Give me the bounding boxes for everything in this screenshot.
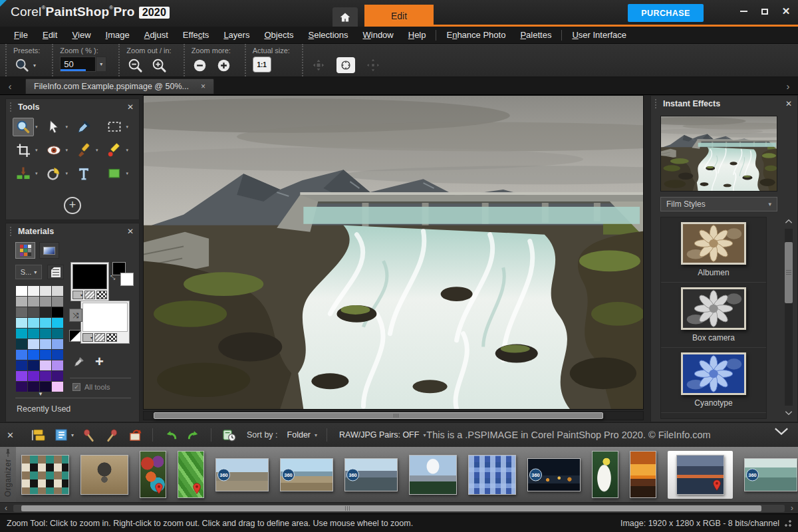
fg-color-button[interactable]: ▾ xyxy=(72,291,83,299)
scroll-up-icon[interactable] xyxy=(784,217,793,226)
sort-folder-dropdown[interactable]: Folder▾ xyxy=(287,430,317,440)
color-swatch-37[interactable] xyxy=(28,382,39,392)
clone-tool-flyout-arrow[interactable]: ▾ xyxy=(35,171,38,176)
raw-jpg-dropdown[interactable]: RAW/JPG Pairs: OFF▾ xyxy=(339,430,426,440)
bg-pattern-button[interactable] xyxy=(106,333,117,342)
menu-window[interactable]: Window xyxy=(355,27,400,44)
color-swatch-36[interactable] xyxy=(16,382,27,392)
navigate-button[interactable] xyxy=(336,57,355,73)
more-swatches-arrow[interactable]: ▼ xyxy=(38,391,43,397)
color-swatch-8[interactable] xyxy=(16,307,27,317)
maximize-button[interactable] xyxy=(759,6,770,17)
color-swatch-24[interactable] xyxy=(16,350,27,360)
swap-colors-mini-icon[interactable]: ⤡ xyxy=(110,274,115,281)
menu-user-interface[interactable]: User Interface xyxy=(565,27,634,44)
thumb-sunset[interactable] xyxy=(630,451,656,498)
canvas-horizontal-scrollbar[interactable] xyxy=(143,411,644,420)
tools-close-icon[interactable]: ✕ xyxy=(127,102,134,112)
redo-icon[interactable] xyxy=(185,426,202,444)
scroll-thumb[interactable] xyxy=(785,242,793,303)
color-swatch-27[interactable] xyxy=(52,350,63,360)
zoom-tool-button[interactable] xyxy=(13,118,34,136)
thumb-pano-boats[interactable]: 360 xyxy=(344,458,398,491)
color-swatch-14[interactable] xyxy=(40,318,51,328)
color-swatch-2[interactable] xyxy=(40,286,51,296)
swatch-set-select[interactable]: S...▾ xyxy=(15,265,42,279)
color-swatch-26[interactable] xyxy=(40,350,51,360)
color-swatch-4[interactable] xyxy=(16,297,27,307)
organizer-rail[interactable]: Organizer xyxy=(0,447,16,502)
zoom-preset-dropdown[interactable]: ▾ xyxy=(96,57,106,72)
color-swatch-35[interactable] xyxy=(52,371,63,381)
fill-tool-flyout-arrow[interactable]: ▾ xyxy=(66,171,68,176)
color-swatch-25[interactable] xyxy=(28,350,39,360)
swap-materials-icon[interactable]: ⤨ xyxy=(69,309,82,322)
color-swatch-20[interactable] xyxy=(16,339,27,349)
menu-selections[interactable]: Selections xyxy=(301,27,356,44)
bg-gradient-button[interactable] xyxy=(94,333,105,342)
color-swatch-22[interactable] xyxy=(40,339,51,349)
zoom-tool-flyout-arrow[interactable]: ▾ xyxy=(35,124,38,130)
black-white-reset-icon[interactable] xyxy=(69,330,81,342)
thumb-night-pano[interactable]: 360 xyxy=(527,458,581,491)
zoom-more-in-button[interactable] xyxy=(215,57,233,74)
gradient-tab[interactable] xyxy=(39,242,59,259)
foreground-color-swatch[interactable] xyxy=(72,264,107,289)
menu-palettes[interactable]: Palettes xyxy=(513,27,559,44)
selection-tool-button[interactable] xyxy=(104,118,125,136)
zoom-in-button[interactable] xyxy=(150,57,168,74)
color-swatch-34[interactable] xyxy=(40,371,51,381)
menu-file[interactable]: File xyxy=(7,27,35,44)
calendar-clock-icon[interactable] xyxy=(220,426,237,444)
thumb-mosaic-tiles[interactable] xyxy=(21,455,69,495)
menu-image[interactable]: Image xyxy=(98,27,137,44)
bg-color-button[interactable]: ▾ xyxy=(82,333,93,342)
color-swatch-15[interactable] xyxy=(52,318,63,328)
tag-icon[interactable] xyxy=(80,426,97,444)
eraser-tool-button[interactable] xyxy=(104,141,125,160)
all-tools-checkbox[interactable]: ✓ All tools xyxy=(72,383,110,391)
close-button[interactable]: ✕ xyxy=(781,6,791,17)
purchase-button[interactable]: PURCHASE xyxy=(628,4,704,22)
document-tab-close-icon[interactable]: × xyxy=(201,82,205,91)
menu-objects[interactable]: Objects xyxy=(257,27,301,44)
thumb-market[interactable] xyxy=(140,451,166,498)
color-swatch-17[interactable] xyxy=(28,329,39,338)
document-tab[interactable]: FileInfo.com Example.pspimage @ 50%... × xyxy=(25,78,214,94)
color-swatch-38[interactable] xyxy=(40,382,51,392)
selection-tool-flyout-arrow[interactable]: ▾ xyxy=(126,124,129,130)
swatch-view-button[interactable] xyxy=(47,265,64,279)
red-eye-tool-button[interactable] xyxy=(43,141,65,160)
share-icon[interactable] xyxy=(126,426,144,444)
menu-enhance-photo[interactable]: Enhance Photo xyxy=(439,27,513,44)
menu-layers[interactable]: Layers xyxy=(216,27,257,44)
scroll-down-icon[interactable] xyxy=(784,408,793,418)
color-swatch-23[interactable] xyxy=(52,339,63,349)
crop-tool-button[interactable] xyxy=(13,141,34,160)
effect-cyanotype[interactable]: Cyanotype xyxy=(661,348,766,413)
thumb-pano-beach[interactable]: 360 xyxy=(280,458,333,491)
color-swatch-39[interactable] xyxy=(52,382,63,392)
color-swatch-33[interactable] xyxy=(28,371,39,381)
text-tool-button[interactable] xyxy=(73,164,94,183)
thumb-emu[interactable] xyxy=(80,455,128,495)
color-swatch-18[interactable] xyxy=(40,329,51,338)
color-swatch-7[interactable] xyxy=(52,297,63,307)
thumb-pano-road[interactable]: 360 xyxy=(215,458,269,491)
filmstrip-scrollbar[interactable]: ‹ › xyxy=(0,502,798,513)
effect-box-camera[interactable]: Box camera xyxy=(661,283,766,348)
color-swatch-28[interactable] xyxy=(16,360,27,370)
fg-pattern-button[interactable] xyxy=(96,291,107,299)
add-swatch-button[interactable]: + xyxy=(95,356,104,368)
effect-partial[interactable] xyxy=(661,413,766,419)
color-swatch-16[interactable] xyxy=(16,329,27,338)
tab-scroll-right[interactable]: › xyxy=(778,80,798,92)
color-swatch-13[interactable] xyxy=(28,318,39,328)
menu-adjust[interactable]: Adjust xyxy=(137,27,176,44)
thumb-lake-sunset-selected[interactable] xyxy=(668,451,733,499)
tools-drag-handle[interactable] xyxy=(10,102,13,112)
folders-icon[interactable] xyxy=(29,426,47,444)
color-swatch-19[interactable] xyxy=(52,329,63,338)
color-swatch-12[interactable] xyxy=(16,318,27,328)
eraser-tool-flyout-arrow[interactable]: ▾ xyxy=(126,148,129,153)
